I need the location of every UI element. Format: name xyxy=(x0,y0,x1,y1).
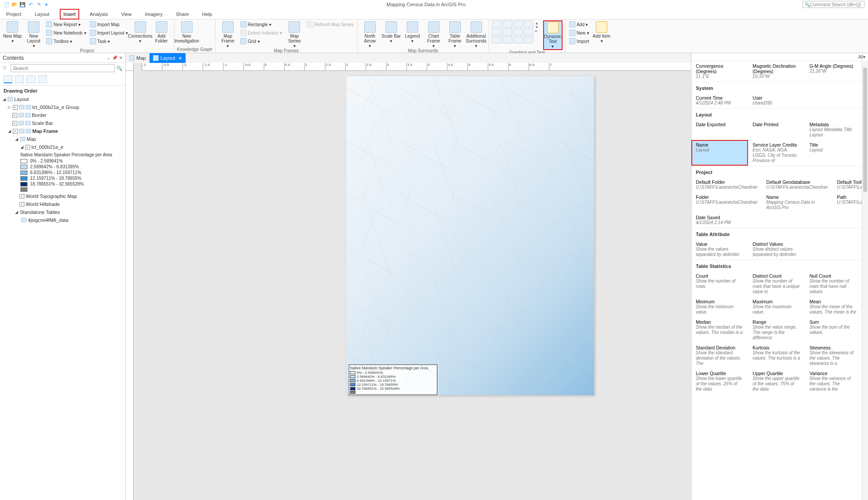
additional-surrounds-button[interactable]: Additional Surrounds▾ xyxy=(467,20,486,48)
legend-row[interactable] xyxy=(0,187,125,192)
gallery-item[interactable]: Date Saved4/1/2024 2:14 PM xyxy=(691,213,762,228)
gallery-item[interactable]: Upper QuartileShow the upper quartile of… xyxy=(748,368,805,394)
gallery-item[interactable]: Distinct ValuesShow distinct values sepa… xyxy=(748,239,805,260)
map-frame-button[interactable]: Map Frame▾ xyxy=(218,20,238,48)
new-notebook-button[interactable]: New Notebook ▾ xyxy=(45,29,87,37)
new-report-button[interactable]: New Report ▾ xyxy=(45,20,87,28)
add-folder-button[interactable]: Add Folder xyxy=(152,20,171,43)
gallery-filter[interactable]: All ▾ xyxy=(691,53,868,61)
import-map-button[interactable]: Import Map xyxy=(89,20,129,28)
scroll-down-icon[interactable]: ▼ xyxy=(535,25,541,29)
contents-close-icon[interactable]: ✕ xyxy=(119,55,123,60)
search-icon[interactable]: 🔍 xyxy=(116,66,123,71)
gallery-item[interactable]: RangeShow the value range. The range is … xyxy=(748,317,805,343)
tab-help[interactable]: Help xyxy=(200,10,215,19)
add-style-button[interactable]: Add ▾ xyxy=(568,20,590,28)
command-search[interactable]: 🔍 Command Search (Alt+Q) xyxy=(802,1,864,8)
chart-frame-button[interactable]: Chart Frame▾ xyxy=(424,20,444,48)
tab-layout[interactable]: Layout xyxy=(32,10,52,19)
gallery-item[interactable]: Date Printed xyxy=(748,120,805,140)
tree-border[interactable]: Border xyxy=(0,111,125,119)
import-layout-button[interactable]: Import Layout ▾ xyxy=(89,29,129,37)
gallery-item[interactable]: Userchand395 xyxy=(748,93,805,108)
gallery-item[interactable]: Default GeodatabaseU:\STAFF\LavanechaCha… xyxy=(762,177,832,192)
tab-analysis[interactable]: Analysis xyxy=(87,10,111,19)
gallery-item[interactable]: PathU:\STAFF\LavanechaChandran xyxy=(833,192,862,213)
task-button[interactable]: Task ▾ xyxy=(89,37,129,45)
tree-group[interactable]: ▷lct_000b21a_e Group xyxy=(0,103,125,111)
tree-map-frame[interactable]: ◢Map Frame xyxy=(0,127,125,135)
list-source-icon[interactable] xyxy=(15,75,24,83)
legend-row[interactable]: 0% - 2.589641% xyxy=(0,158,125,164)
save-icon[interactable]: 💾 xyxy=(19,1,26,8)
redo-icon[interactable]: ↷ xyxy=(35,1,42,8)
tab-insert[interactable]: Insert xyxy=(60,9,79,19)
filter-icon[interactable]: ▽ xyxy=(3,65,9,71)
contents-options-icon[interactable]: ⌄ xyxy=(107,55,110,60)
new-layout-button[interactable]: New Layout▾ xyxy=(24,20,43,48)
gallery-item[interactable]: G-M Angle (Degrees)21.26°W xyxy=(805,61,862,81)
grid-button[interactable]: Grid ▾ xyxy=(239,37,283,45)
gallery-item[interactable]: MaximumShow the maximum value. xyxy=(748,297,805,317)
scale-bar-button[interactable]: Scale Bar▾ xyxy=(382,20,401,43)
gallery-item[interactable]: Standard DeviationShow the standard devi… xyxy=(691,343,748,368)
open-project-icon[interactable]: 📂 xyxy=(12,1,18,8)
gallery-item[interactable]: Default ToolboxU:\STAFF\LavanechaChandra… xyxy=(833,177,862,192)
close-icon[interactable]: ✕ xyxy=(178,56,182,61)
gallery-item[interactable]: Null CountShow the number of rows that h… xyxy=(805,271,862,297)
new-map-button[interactable]: New Map▾ xyxy=(3,20,22,43)
dynamic-text-button[interactable]: Dynamic Text▾ xyxy=(543,20,563,50)
gallery-scrollbar[interactable] xyxy=(862,61,868,500)
expand-gallery-icon[interactable]: ▾ xyxy=(535,29,541,33)
north-arrow-button[interactable]: North Arrow▾ xyxy=(360,20,380,48)
new-project-icon[interactable]: 📄 xyxy=(4,1,10,8)
gallery-item[interactable]: KurtosisShow the kurtosis of the values.… xyxy=(748,343,805,368)
gallery-item[interactable]: MinimumShow the minimum value. xyxy=(691,297,748,317)
rectangle-button[interactable]: Rectangle ▾ xyxy=(239,20,283,28)
layout-canvas[interactable]: Native Mandarin Speaker Percentage per A… xyxy=(134,71,691,500)
map-frame-content[interactable]: Native Mandarin Speaker Percentage per A… xyxy=(346,76,594,395)
tree-table[interactable]: 4jsigcmi4fM8_data xyxy=(0,216,125,224)
tree-basemap-hillshade[interactable]: World Hillshade xyxy=(0,200,125,208)
view-tab-layout[interactable]: Layout✕ xyxy=(150,53,186,63)
legend-row[interactable]: 2.589642% - 6.831395% xyxy=(0,164,125,170)
view-tab-map[interactable]: Map xyxy=(126,53,150,63)
gallery-item[interactable]: MetadataLayout Metadata Title Layout xyxy=(805,120,862,140)
gallery-item[interactable]: FolderU:\STAFF\LavanechaChandran xyxy=(691,192,762,213)
gallery-item[interactable]: TitleLayout xyxy=(805,140,862,166)
tab-project[interactable]: Project xyxy=(4,10,24,19)
tree-basemap-topo[interactable]: World Topographic Map xyxy=(0,192,125,200)
new-style-button[interactable]: New ▾ xyxy=(568,29,590,37)
map-series-button[interactable]: Map Series▾ xyxy=(285,20,304,48)
list-drawing-order-icon[interactable] xyxy=(4,75,12,83)
tree-map[interactable]: ◢Map xyxy=(0,135,125,143)
list-element-type-icon[interactable] xyxy=(27,75,35,83)
gallery-item[interactable]: MeanShow the mean of the values. The mea… xyxy=(805,297,862,317)
gallery-item[interactable]: Current Time4/1/2024 2:48 PM xyxy=(691,93,748,108)
gallery-item[interactable]: VarianceShow the variance of the values.… xyxy=(805,368,862,394)
gallery-item[interactable]: Convergence (Degrees)11.1°E xyxy=(691,61,748,81)
add-item-button[interactable]: Add Item▾ xyxy=(592,20,611,43)
import-style-button[interactable]: Import xyxy=(568,37,590,45)
gallery-item[interactable]: ValueShow the values separated by delimi… xyxy=(691,239,748,260)
gallery-item[interactable]: Service Layer CreditsEsri, NASA, NGA, US… xyxy=(748,140,805,166)
new-investigation-button[interactable]: New Investigation xyxy=(177,20,197,43)
qat-customize-icon[interactable]: ▾ xyxy=(43,1,50,8)
undo-icon[interactable]: ↶ xyxy=(27,1,34,8)
tab-imagery[interactable]: Imagery xyxy=(142,10,165,19)
gallery-item[interactable]: Default FolderU:\STAFF\LavanechaChandran xyxy=(691,177,762,192)
tree-layer[interactable]: ◢lct_000b21a_e xyxy=(0,143,125,151)
gallery-item[interactable]: Magnetic Declination (Degrees)10.16°W xyxy=(748,61,805,81)
tree-standalone-tables[interactable]: ◢Standalone Tables xyxy=(0,208,125,216)
contents-pin-icon[interactable]: 📌 xyxy=(112,55,117,60)
list-map-series-icon[interactable] xyxy=(38,75,47,83)
layout-page[interactable]: Native Mandarin Speaker Percentage per A… xyxy=(346,76,594,395)
gallery-item[interactable]: Date Exported xyxy=(691,120,748,140)
gallery-item[interactable]: NameLayout xyxy=(691,140,748,166)
tab-share[interactable]: Share xyxy=(173,10,191,19)
gallery-item[interactable]: MedianShow the median of the values. The… xyxy=(691,317,748,343)
gallery-item[interactable]: SkewnessShow the skewness of the values.… xyxy=(805,343,862,368)
tab-view[interactable]: View xyxy=(119,10,135,19)
gallery-item[interactable]: Distinct CountShow the number of rows th… xyxy=(748,271,805,297)
gallery-item[interactable]: SumShow the sum of the values. xyxy=(805,317,862,343)
